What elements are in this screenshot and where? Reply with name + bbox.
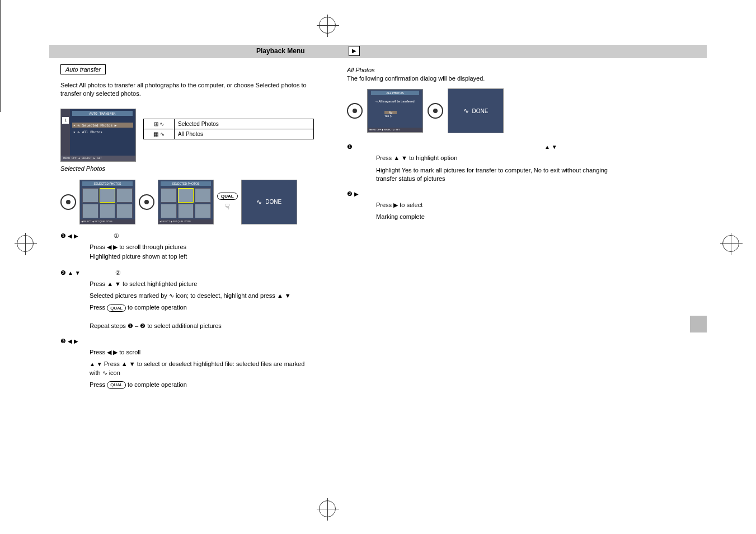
arrow-icons: ▲ ▼ bbox=[68, 270, 82, 276]
registration-mark bbox=[722, 235, 739, 252]
table-row: ▦ ∿ All Photos bbox=[144, 129, 314, 139]
done-label: DONE bbox=[472, 108, 489, 114]
option-icon: ▦ ∿ bbox=[144, 129, 175, 139]
menu-sidebar: 1 bbox=[61, 109, 70, 161]
preview-footer: ◀SELECT ◆ SET QUAL DONE bbox=[80, 219, 135, 224]
multi-selector-icon bbox=[428, 103, 443, 119]
page-header-bar: Playback Menu ▶ bbox=[49, 45, 707, 58]
arrow-icons: ◀ ▶ bbox=[68, 233, 80, 239]
step-text: Press ▲ ▼ to select highlighted picture bbox=[90, 280, 315, 288]
arrow-icons: ◀ ▶ bbox=[68, 338, 78, 344]
option-label: All Photos bbox=[175, 129, 314, 139]
side-tab-strip bbox=[690, 46, 707, 478]
preview-footer: ◀SELECT ◆ SET QUAL DONE bbox=[158, 219, 213, 224]
right-column: All Photos The following confirmation di… bbox=[347, 64, 613, 221]
left-column: Auto transfer Select All photos to trans… bbox=[60, 64, 315, 389]
registration-mark bbox=[319, 500, 336, 517]
step-row: ❶ ▲ ▼ bbox=[347, 143, 613, 151]
step-number: ❸ bbox=[60, 338, 66, 344]
step-text: Press QUAL to complete operation bbox=[90, 381, 315, 389]
qual-button-inline: QUAL bbox=[107, 305, 126, 312]
all-photos-sequence: ALL PHOTOS ∿ All images will be transfer… bbox=[347, 88, 613, 133]
option-yes: Yes ▷ bbox=[384, 114, 397, 118]
step-text: Press ▶ to select bbox=[376, 201, 613, 209]
preview-screen-2: SELECTED PHOTOS ◀SELECT ◆ SET QUAL DONE bbox=[158, 180, 214, 224]
step-row: ❶ ◀ ▶ ① bbox=[60, 232, 315, 240]
table-row: ⊞ ∿ Selected Photos bbox=[144, 119, 314, 129]
step-text: Highlighted picture shown at top left bbox=[90, 252, 315, 261]
play-icon: ▶ bbox=[349, 46, 360, 56]
arrow-icons: ▲ ▼ bbox=[544, 144, 557, 150]
step-number: ❶ bbox=[60, 232, 66, 239]
crop-mark bbox=[0, 28, 1, 56]
step-row: ❷ ▲ ▼ ② bbox=[60, 269, 315, 277]
menu-title: AUTO TRANSFER bbox=[72, 111, 133, 116]
step-number: ❶ bbox=[347, 143, 353, 150]
step-number: ❷ bbox=[60, 269, 66, 276]
sidebar-number: 1 bbox=[62, 117, 69, 124]
intro-paragraph: Select All photos to transfer all photog… bbox=[60, 81, 315, 99]
transfer-icon: ∿ bbox=[256, 198, 262, 206]
multi-selector-icon bbox=[139, 194, 154, 210]
dialog-message: ∿ All images will be transferred bbox=[373, 100, 417, 103]
step-text: Press ▲ ▼ to highlight option bbox=[376, 154, 613, 162]
step-number: ② bbox=[115, 269, 121, 276]
menu-item-all-photos: ✶ ∿ All Photos bbox=[72, 129, 133, 134]
thumbnail-grid bbox=[82, 188, 133, 218]
subsection-header: All Photos bbox=[347, 67, 613, 73]
transfer-icon: ∿ bbox=[463, 107, 469, 115]
dialog-title: ALL PHOTOS bbox=[371, 91, 419, 95]
crop-mark bbox=[0, 56, 1, 84]
qual-button-group: QUAL ☟ bbox=[217, 193, 238, 211]
arrow-icons: ▲ ▼ bbox=[90, 361, 102, 367]
repeat-instruction: Repeat steps ❶ – ❷ to select additional … bbox=[90, 322, 315, 330]
hand-cursor-icon: ☟ bbox=[225, 202, 230, 211]
confirmation-dialog-screenshot: ALL PHOTOS ∿ All images will be transfer… bbox=[367, 89, 423, 133]
step-text: Selected pictures marked by ∿ icon; to d… bbox=[90, 292, 315, 300]
option-icon: ⊞ ∿ bbox=[144, 119, 175, 129]
header-title: Playback Menu bbox=[256, 47, 305, 55]
step-text: Highlight Yes to mark all pictures for t… bbox=[376, 166, 613, 184]
done-screen: ∿ DONE bbox=[448, 88, 504, 133]
registration-mark bbox=[319, 17, 336, 34]
done-label: DONE bbox=[265, 199, 281, 205]
options-table: ⊞ ∿ Selected Photos ▦ ∿ All Photos bbox=[143, 119, 314, 139]
multi-selector-icon bbox=[347, 103, 363, 119]
crop-mark bbox=[0, 84, 1, 112]
preview-title: SELECTED PHOTOS bbox=[82, 181, 133, 186]
subsection-header: Selected Photos bbox=[60, 165, 315, 172]
menu-footer: MENU OFF ◆ SELECT ▶ SET bbox=[61, 156, 135, 161]
dialog-options: No Yes ▷ bbox=[384, 111, 397, 118]
arrow-icons: ▶ bbox=[354, 191, 359, 197]
preview-screen-1: SELECTED PHOTOS ◀SELECT ◆ SET QUAL DONE bbox=[79, 180, 135, 224]
section-title-box: Auto transfer bbox=[60, 64, 106, 74]
selected-photos-sequence: SELECTED PHOTOS ◀SELECT ◆ SET QUAL DONE … bbox=[60, 180, 315, 224]
step-number: ❷ bbox=[347, 190, 353, 197]
intro-text: The following confirmation dialog will b… bbox=[347, 74, 613, 83]
step-text: Press QUAL to complete operation bbox=[90, 303, 315, 312]
crop-mark bbox=[0, 0, 1, 28]
menu-item-selected-photos: ✶ ∿ Selected Photos ▶ bbox=[72, 123, 133, 128]
tab-indicator bbox=[690, 316, 707, 332]
option-label: Selected Photos bbox=[175, 119, 314, 129]
camera-menu-screenshot: 1 AUTO TRANSFER ✶ ∿ Selected Photos ▶ ✶ … bbox=[60, 109, 136, 162]
step-text: Press ◀ ▶ to scroll bbox=[90, 348, 315, 357]
multi-selector-icon bbox=[60, 194, 76, 210]
done-screen: ∿ DONE bbox=[241, 180, 297, 224]
step-text: Marking complete bbox=[376, 213, 613, 221]
qual-button-inline: QUAL bbox=[107, 381, 126, 388]
qual-button: QUAL bbox=[217, 193, 238, 200]
thumbnail-grid bbox=[161, 188, 211, 218]
step-number: ① bbox=[114, 232, 119, 239]
step-row: ❸ ◀ ▶ bbox=[60, 338, 315, 345]
step-text: ▲ ▼ Press ▲ ▼ to select or deselect high… bbox=[90, 360, 315, 377]
step-text: Press ◀ ▶ to scroll through pictures bbox=[90, 243, 315, 251]
registration-mark bbox=[17, 235, 34, 252]
preview-title: SELECTED PHOTOS bbox=[161, 181, 211, 186]
dialog-footer: MENU OFF ◆ SELECT ▷ SET bbox=[368, 128, 422, 132]
step-row: ❷ ▶ bbox=[347, 190, 613, 198]
